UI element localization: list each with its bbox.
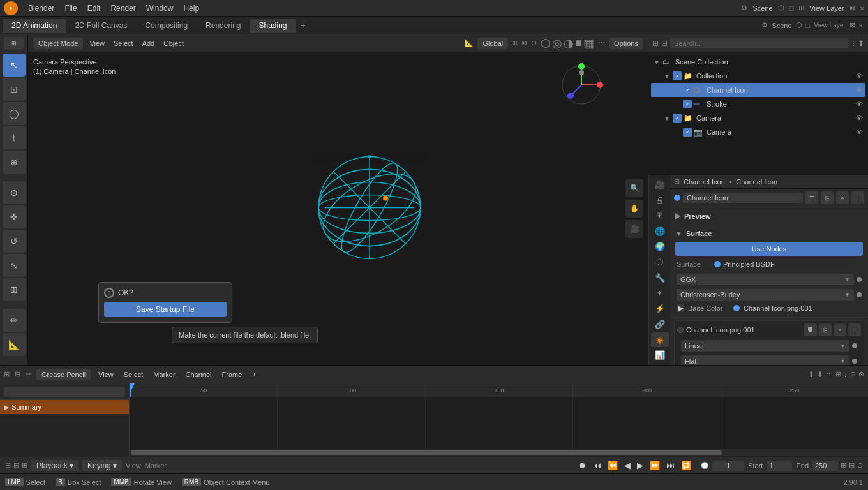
anim-play-back-btn[interactable]: ◀ [622,459,632,471]
channel-icon-check[interactable]: ✓ [683,85,692,94]
timeline-marker-menu[interactable]: Marker [151,369,177,380]
anim-view-menu[interactable]: View [126,462,141,470]
surface-section-header[interactable]: ▼ Surface [673,228,865,239]
projection-dropdown[interactable]: Flat ▼ [681,355,849,365]
menu-render[interactable]: Render [105,3,140,14]
stroke-check[interactable]: ✓ [683,100,692,108]
tool-view[interactable]: ⊞ [4,37,24,50]
tab-rendering[interactable]: Rendering [197,19,250,33]
collection-vis-icon[interactable]: 👁 [856,72,863,80]
prop-world-icon[interactable]: 🌍 [651,239,669,253]
distribution-dropdown[interactable]: GGX ▼ [677,274,854,285]
menu-help[interactable]: Help [178,3,204,14]
collection-visibility-check[interactable]: ✓ [673,71,682,80]
material-browse-button[interactable]: ☰ [805,191,818,204]
tool-rotate[interactable]: ↺ [3,230,26,253]
outliner-row-camera-collection[interactable]: ▼ ✓ 📁 Camera 👁 [651,111,865,125]
preview-header[interactable]: ▶ Preview [673,210,865,222]
menu-blender[interactable]: Blender [23,3,59,14]
prop-material-icon[interactable]: ◉ [651,332,669,346]
current-frame-input[interactable] [712,461,744,471]
interpolation-dropdown[interactable]: Linear ▼ [681,340,849,352]
prop-output-icon[interactable]: 🖨 [651,193,669,207]
playback-settings[interactable]: Playback ▾ [31,460,79,471]
timeline-type-button[interactable]: Grease Pencil [36,369,91,380]
timeline-frame-menu[interactable]: Frame [220,369,245,380]
tool-box-select[interactable]: ⊡ [3,78,26,101]
timeline-scrollbar[interactable] [130,449,868,456]
timeline-playhead[interactable] [130,383,131,397]
tab-2d-full-canvas[interactable]: 2D Full Canvas [66,19,136,33]
prop-data-icon[interactable]: 📊 [651,348,669,362]
prop-view-layer-icon[interactable]: ⊞ [651,209,669,223]
prop-constraints-icon[interactable]: 🔗 [651,317,669,331]
menu-edit[interactable]: Edit [82,3,106,14]
prop-object-icon[interactable]: ⬡ [651,255,669,269]
select-menu[interactable]: Select [111,38,136,48]
anim-record-btn[interactable]: ⏺ [576,459,588,471]
add-workspace-button[interactable]: + [296,19,311,33]
timeline-view-menu[interactable]: View [96,369,116,380]
menu-window[interactable]: Window [141,3,179,14]
anim-step-back-btn[interactable]: ⏪ [606,459,620,471]
transform-button[interactable]: Global [477,38,508,49]
summary-row[interactable]: ▶ Summary [0,400,129,414]
outliner-row-camera[interactable]: ✓ 📷 Camera 👁 [651,125,865,139]
img-tex-settings-btn[interactable]: ⫶ [848,323,861,336]
outliner-row-collection[interactable]: ▼ ✓ 📁 Collection 👁 [651,69,865,83]
material-name-input[interactable] [683,193,803,203]
timeline-add-button[interactable]: + [250,369,258,380]
outliner-row-stroke[interactable]: ✓ ✏ Stroke 👁 [651,97,865,111]
outliner-sort-icon[interactable]: ⬆ [858,39,864,48]
viewport-body[interactable]: Camera Perspective (1) Camera | Channel … [28,52,648,365]
camera-check[interactable]: ✓ [683,128,692,137]
stroke-vis[interactable]: 👁 [856,100,863,108]
keying-settings[interactable]: Keying ▾ [82,460,122,471]
prop-modifier-icon[interactable]: 🔧 [651,271,669,285]
subsurface-dropdown[interactable]: Christensen-Burley ▼ [677,289,854,301]
view-menu[interactable]: View [87,38,107,48]
prop-physics-icon[interactable]: ⚡ [651,302,669,316]
anim-jump-end-btn[interactable]: ⏭ [664,459,677,471]
material-unlink-button[interactable]: × [836,191,849,204]
prop-render-icon[interactable]: 🎥 [651,177,669,191]
vp-tool-zoom[interactable]: 🔍 [625,179,643,197]
outliner-filter-icon[interactable]: ⫶ [851,39,855,48]
tool-transform[interactable]: ⊞ [3,278,26,301]
blender-logo[interactable]: ● [4,1,18,15]
tab-2d-animation[interactable]: 2D Animation [3,19,66,33]
tab-shading[interactable]: Shading [250,19,296,33]
end-frame-input[interactable] [812,461,838,471]
tool-move[interactable]: ✛ [3,205,26,228]
img-tex-delete-btn[interactable]: × [834,323,846,336]
anim-step-fwd-btn[interactable]: ⏩ [648,459,662,471]
tool-annotate[interactable]: ✏ [3,309,26,332]
start-frame-input[interactable] [767,461,792,471]
add-menu[interactable]: Add [140,38,158,48]
prop-scene-icon[interactable]: 🌐 [651,224,669,238]
img-tex-shield-btn[interactable]: ⛊ [804,323,817,336]
anim-marker-menu[interactable]: Marker [145,462,167,470]
tool-scale[interactable]: ⤡ [3,254,26,277]
tool-tweak[interactable]: ⊕ [3,151,26,174]
channel-icon-vis[interactable]: 👁 [856,86,863,94]
tool-lasso-select[interactable]: ⌇ [3,126,26,149]
timeline-search[interactable] [4,387,125,397]
timeline-content[interactable]: 50 100 150 200 250 [130,383,868,457]
object-mode-button[interactable]: Object Mode [33,38,83,49]
tool-select[interactable]: ↖ [3,54,26,77]
vp-tool-camera[interactable]: 🎥 [625,220,643,238]
camera-vis[interactable]: 👁 [856,128,863,136]
view-layer-selector[interactable]: View Layer [814,22,845,29]
outliner-row-channel-icon[interactable]: ✓ ⬡ Channel Icon 👁 [651,83,865,97]
options-button[interactable]: Options [609,38,643,49]
tool-circle-select[interactable]: ◯ [3,102,26,125]
save-startup-button[interactable]: Save Startup File [104,302,227,317]
base-color-expand[interactable]: ▶ [677,304,684,312]
camera-coll-check[interactable]: ✓ [673,114,682,122]
tab-compositing[interactable]: Compositing [136,19,197,33]
use-nodes-button[interactable]: Use Nodes [675,242,863,256]
img-tex-toggle[interactable] [677,327,684,333]
prop-particles-icon[interactable]: ✦ [651,286,669,300]
anim-play-btn[interactable]: ▶ [635,459,645,471]
